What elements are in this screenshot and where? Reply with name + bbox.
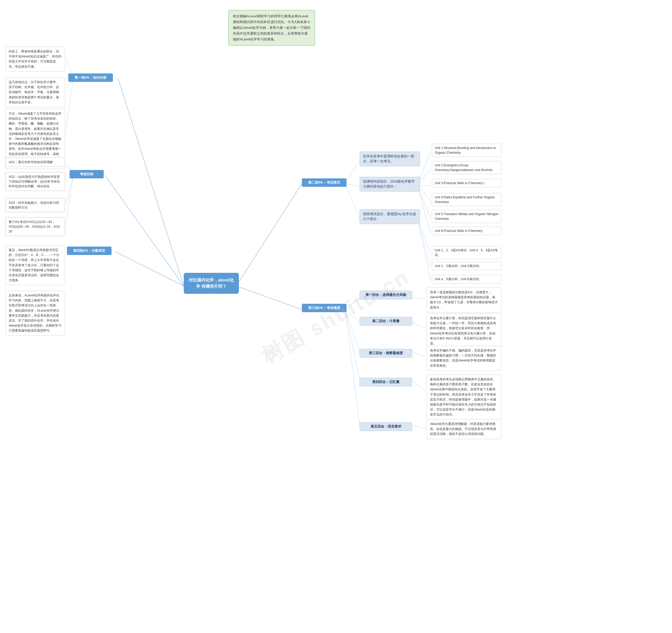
ao2-text: AO2：(a)在熟悉与不熟悉的科学背景下的知识与理解运用；(b)分析与评估科学信… [9, 175, 60, 188]
round-3-label-text: 第三回合：推断题难度 [369, 351, 403, 355]
svg-line-29 [412, 298, 425, 299]
svg-line-10 [66, 175, 73, 204]
round-5-detail-text: Alevel化学注重原理理解题，对英语能力要求稍高，这也是最大的挑战。不过福音是… [430, 422, 496, 436]
section-2-title: 第二轮PK：考试形式 [302, 178, 346, 187]
svg-line-2 [116, 252, 184, 286]
unit-2-text: Unit 2:Energetics,Group Chemistry,Haloge… [435, 163, 493, 172]
intro-box: 初次接触ALevel课程学习的同学们难免会将ALevel课程和国内高中对应科目进… [229, 10, 315, 46]
round-4-label: 第四回合：记忆量 [360, 378, 412, 386]
r2-sub2-text: 按课程内容划分，2018新化学数学大纲内容包括六部分： [363, 180, 415, 188]
unit-5: Unit 5:Transition Metals and Organic Nit… [432, 210, 501, 223]
central-node: 对比国内化学，alevel化学 有哪些不同？ [184, 273, 239, 294]
content-4a-text: 最后，Alevel分数是以等级形式评定的，分别为A*，A，B，C……一个分段在一… [9, 248, 59, 282]
score-2-text: Unit 1、2满分80，Unit 3满分50。 [435, 264, 482, 268]
mindmap-container: 初次接触ALevel课程学习的同学们难免会将ALevel课程和国内高中对应科目进… [0, 0, 672, 633]
unit-4: Unit 4:Rates,Equilibria and Further Orga… [432, 193, 501, 206]
round-2-detail: 高考化学注重计算，特别是填空题和填空题中占有较大分值，一环扣一环，而且大家都知道… [427, 313, 501, 348]
section-3-label: 第三轮PK：考试难度 [308, 306, 340, 310]
unit-6-text: Unit 6:Practical Skills in Chemistry [435, 229, 482, 233]
section-3-title: 第三轮PK：考试难度 [302, 304, 346, 312]
svg-line-32 [412, 380, 425, 391]
ao3-node: AO3：科学实验能力，包括分析与评估数据和方法 [5, 198, 65, 212]
score-2: Unit 1、2满分80，Unit 3满分50。 [432, 262, 501, 270]
unit-1: Unit 1:Structure,Bonding and Introductio… [432, 144, 501, 157]
round-1-detail-text: 高考一道选择题的分数就是6分，且难度大；Alevel考试的选择题都是简单的基础知… [430, 290, 498, 309]
ao-ratio-text: 整个IAL考试中AO1占比32—34，AO2(a)33—36，AO2(b)11-… [9, 220, 60, 233]
round-3-detail-text: 高考化学偏向于难、偏的题目，尤其是高考化学的推断题目越发习惯，一旦找不到头绪，整… [430, 349, 496, 368]
svg-line-12 [345, 160, 360, 184]
section-4-label: 第四轮PK：分数评定 [73, 249, 105, 253]
r2-sub3: 按照考试划分，爱德思IAL化学分成六个部分 [360, 209, 420, 224]
connector-lines [0, 0, 672, 633]
round-3-detail: 高考化学偏向于难、偏的题目，尤其是高考化学的推断题目越发习惯，一旦找不到头绪，整… [427, 346, 501, 371]
svg-line-24 [345, 298, 360, 309]
svg-line-13 [345, 184, 360, 186]
svg-line-30 [412, 323, 425, 328]
section-4-title: 第四轮PK：分数评定 [67, 247, 112, 255]
round-4-detail: 参加高考的考生必须熟记周期表中元素的排布、每种元素的原子数和质子数。但是这些信息… [427, 375, 501, 420]
ao1-node: AO1：展示对科学的知识和理解 [5, 157, 65, 167]
intro-text: 初次接触ALevel课程学习的同学们难免会将ALevel课程和国内高中对应科目进… [233, 14, 310, 41]
ao2-node: AO2：(a)在熟悉与不熟悉的科学背景下的知识与理解运用；(b)分析与评估科学信… [5, 172, 65, 191]
content-1a: 内容上，两者有很多重合的部分，但不得不说Alevel知识点涵盖广，有些内容是大学… [5, 47, 65, 72]
svg-line-28 [345, 309, 360, 425]
unit-6: Unit 6:Practical Skills in Chemistry [432, 227, 501, 235]
round-2-detail-text: 高考化学注重计算，特别是填空题和填空题中占有较大分值，一环扣一环，而且大家都知道… [430, 316, 496, 345]
score-1-text: Unit 1、2、3是AS考试，Unit 4、5、6是A2考试。 [435, 248, 498, 257]
svg-line-14 [345, 184, 360, 218]
round-5-label: 第五回合：语言要求 [360, 422, 412, 431]
round-1-label-text: 第一回合：选择题失分风险 [365, 293, 406, 297]
content-4b: 总体来说，ALevel化学和国内化学在学习内容、范围上相差不大，但是考试形式和考… [5, 291, 65, 336]
svg-line-7 [66, 79, 73, 131]
svg-line-26 [345, 309, 360, 352]
score-3-text: Unit 4、5满分90，Unit 6满分50。 [435, 277, 482, 281]
unit-5-text: Unit 5:Transition Metals and Organic Nit… [435, 212, 499, 221]
central-text: 对比国内化学，alevel化学 有哪些不同？ [189, 278, 234, 288]
content-1b: 这几块知识点：分子和化学计量学、原子结构、化学键、化学热力学、反应动能学、电化学… [5, 77, 65, 107]
round-1-label: 第一回合：选择题失分风险 [360, 291, 412, 299]
section-1-label: 第一轮PK：知识内容 [75, 76, 106, 79]
score-1: Unit 1、2、3是AS考试，Unit 4、5、6是A2考试。 [432, 246, 501, 259]
r2-sub3-text: 按照考试划分，爱德思IAL化学分成六个部分 [363, 212, 416, 221]
r2-sub1-text: 化学在高考中是理科综合卷的一部分，高考一次考完。 [363, 154, 414, 163]
unit-3-text: Unit 3:Practical Skills in Chemistry I [435, 181, 484, 185]
svg-line-0 [118, 79, 184, 286]
svg-line-22 [417, 218, 431, 267]
svg-line-4 [236, 286, 302, 309]
ao1-text: AO1：展示对科学的知识和理解 [9, 160, 53, 164]
round-2-label-text: 第二回合：计算量 [372, 319, 400, 323]
round-4-detail-text: 参加高考的考生必须熟记周期表中元素的排布、每种元素的原子数和质子数。但是这些信息… [430, 378, 496, 416]
svg-line-23 [417, 218, 431, 280]
r2-sub1: 化学在高考中是理科综合卷的一部分，高考一次考完。 [360, 152, 420, 166]
section-1-title: 第一轮PK：知识内容 [68, 73, 113, 82]
content-4b-text: 总体来说，ALevel化学和国内化学在学习内容、范围上相差不大，但是考试形式和考… [9, 294, 62, 332]
svg-line-31 [412, 352, 425, 357]
unit-3: Unit 3:Practical Skills in Chemistry I [432, 179, 501, 187]
svg-line-3 [236, 184, 302, 286]
score-3: Unit 4、5满分90，Unit 6满分50。 [432, 275, 501, 283]
svg-line-1 [105, 175, 184, 286]
ao-ratio-node: 整个IAL考试中AO1占比32—34，AO2(a)33—36，AO2(b)11-… [5, 217, 65, 236]
unit-1-text: Unit 1:Structure,Bonding and Introductio… [435, 146, 496, 154]
round-3-label: 第三回合：推断题难度 [360, 349, 412, 358]
content-1b-text: 这几块知识点：分子和化学计量学、原子结构、化学键、化学热力学、反应动能学、电化学… [9, 80, 59, 104]
section-2-label: 第二轮PK：考试形式 [308, 180, 340, 184]
svg-line-27 [345, 309, 360, 380]
svg-line-25 [345, 309, 360, 323]
svg-line-11 [66, 175, 73, 225]
content-1a-text: 内容上，两者有很多重合的部分，但不得不说Alevel知识点涵盖广，有些内容是大学… [9, 50, 62, 69]
unit-4-text: Unit 4:Rates,Equilibria and Further Orga… [435, 196, 495, 204]
round-1-detail: 高考一道选择题的分数就是6分，且难度大；Alevel考试的选择题都是简单的基础知… [427, 287, 501, 312]
unit-2: Unit 2:Energetics,Group Chemistry,Haloge… [432, 161, 501, 174]
section-kao-label: 考核目标 [80, 172, 93, 176]
section-kao-title: 考核目标 [70, 170, 104, 178]
round-5-label-text: 第五回合：语言要求 [371, 425, 401, 428]
round-4-label-text: 第四回合：记忆量 [372, 380, 400, 384]
svg-line-33 [412, 425, 425, 429]
r2-sub2: 按课程内容划分，2018新化学数学大纲内容包括六部分： [360, 177, 420, 192]
content-4a: 最后，Alevel分数是以等级形式评定的，分别为A*，A，B，C……一个分段在一… [5, 245, 65, 285]
round-2-label: 第二回合：计算量 [360, 317, 412, 326]
round-5-detail: Alevel化学注重原理理解题，对英语能力要求稍高，这也是最大的挑战。不过福音是… [427, 419, 501, 439]
ao3-text: AO3：科学实验能力，包括分析与评估数据和方法 [9, 201, 59, 209]
